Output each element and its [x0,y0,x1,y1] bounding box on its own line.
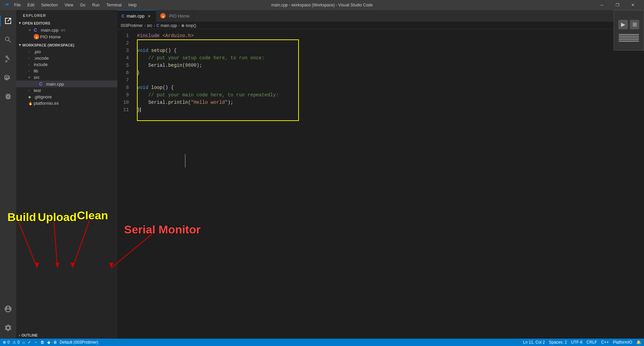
activity-run-debug[interactable] [0,69,16,86]
section-open-editors[interactable]: ▾ OPEN EDITORS [16,20,117,27]
line-num-11: 11 [117,106,129,114]
menu-terminal[interactable]: Terminal [104,2,124,8]
pio-panel-btn-2[interactable]: ⊞ [630,20,639,29]
code-line-3: void setup() { [137,47,644,54]
status-bar: ⊗ 0 ⚠ 0 ⌂ ✓ → 🗑 ◆ 🖥 Default (003Protimer… [0,339,644,346]
error-count: 0 [7,340,10,345]
status-serial-monitor[interactable]: 🖥 [53,340,57,345]
line-num-4: 4 [117,54,129,62]
bar-3 [619,37,639,38]
minimize-button[interactable]: ─ [594,0,610,10]
activity-source-control[interactable] [0,51,16,67]
folder-pio-label: .pio [34,49,41,54]
bar-4 [619,39,639,40]
tab-pio-home[interactable]: 🔥 PIO Home [156,10,194,22]
menu-view[interactable]: View [62,2,76,8]
vscode-logo-icon [3,2,9,8]
breadcrumb-file[interactable]: main.cpp [161,23,177,28]
menu-edit[interactable]: Edit [25,2,37,8]
folder-test[interactable]: › test [16,87,117,94]
section-outline[interactable]: › OUTLINE [16,332,117,339]
folder-include[interactable]: › include [16,61,117,68]
status-line-ending[interactable]: CRLF [587,340,597,345]
folder-lib[interactable]: › lib [16,68,117,74]
folder-test-label: test [34,88,41,93]
main-layout: Explorer ▾ OPEN EDITORS ✕ C main.cpp src… [0,10,644,339]
folder-src[interactable]: ▾ src [16,74,117,81]
status-clean-btn[interactable]: 🗑 [40,340,45,345]
tab-main-cpp[interactable]: C main.cpp × [117,10,156,22]
code-editor[interactable]: 1 2 3 4 5 6 7 8 9 10 11 #include <Arduin… [117,29,644,116]
activity-bar [0,10,16,339]
close-button[interactable]: ✕ [625,0,641,10]
folder-pio[interactable]: › .pio [16,49,117,55]
tab-close-main-cpp[interactable]: × [146,13,152,19]
breadcrumb-fn-icon: ⊕ [181,23,185,28]
code-content: #include <Arduino.h> void setup() { // p… [134,32,644,114]
status-bar-right: Ln 11, Col 2 Spaces: 2 UTF-8 CRLF C++ Pl… [523,340,641,345]
status-pio-icon[interactable]: ◆ [47,340,50,345]
window-title: main.cpp - workspace (Workspace) - Visua… [271,3,372,7]
file-gitignore-label: .gitignore [34,94,52,99]
section-workspace[interactable]: ▾ WORKSPACE (WORKSPACE) [16,41,117,49]
menu-file[interactable]: File [11,2,23,8]
tab-bar: C main.cpp × 🔥 PIO Home [117,10,644,22]
cursor-indicator [185,154,186,167]
window-controls: ─ ❐ ✕ [594,0,641,10]
status-encoding[interactable]: UTF-8 [571,340,583,345]
status-language[interactable]: C++ [601,340,609,345]
activity-account[interactable] [0,301,16,317]
open-editor-pio-home[interactable]: 🔥 PIO Home [16,33,117,40]
line-num-3: 3 [117,47,129,54]
line-num-9: 9 [117,91,129,99]
activity-settings[interactable] [0,320,16,336]
status-home[interactable]: ⌂ [22,340,25,345]
status-errors[interactable]: ⊗ 0 ⚠ 0 [3,340,20,345]
file-platformio-ini[interactable]: 🔥 platformio.ini [16,100,117,106]
status-spaces[interactable]: Spaces: 2 [549,340,567,345]
status-position[interactable]: Ln 11, Col 2 [523,340,545,345]
status-build-btn[interactable]: ✓ [28,340,31,345]
folder-vscode[interactable]: › .vscode [16,55,117,61]
platform-label: PlatformIO [613,340,632,345]
tab-cpp-icon: C [121,13,124,19]
status-upload-btn[interactable]: → [34,340,38,345]
activity-search[interactable] [0,32,16,48]
status-branch[interactable]: Default (003Protimer) [60,340,99,345]
trash-icon: 🗑 [40,340,45,345]
open-editor-main-cpp[interactable]: ✕ C main.cpp src [16,27,117,33]
file-main-cpp[interactable]: C main.cpp [16,81,117,87]
status-platform[interactable]: PlatformIO [613,340,632,345]
activity-bar-bottom [0,301,16,339]
activity-explorer[interactable] [0,13,16,29]
status-notification-icon[interactable]: 🔔 [636,340,641,345]
menu-help[interactable]: Help [126,2,140,8]
file-platformio-label: platformio.ini [34,101,59,106]
diamond-icon: ◆ [28,95,34,99]
menu-selection[interactable]: Selection [38,2,60,8]
tab-main-cpp-label: main.cpp [127,13,144,19]
breadcrumb-003protimer[interactable]: 003Protimer [121,23,143,28]
language-label: C++ [601,340,609,345]
position-label: Ln 11, Col 2 [523,340,545,345]
menu-go[interactable]: Go [77,2,88,8]
section-workspace-label: WORKSPACE (WORKSPACE) [22,43,74,47]
activity-extensions[interactable] [0,88,16,104]
chevron-right-icon-2: › [28,56,34,60]
code-line-11: } [137,106,644,114]
sidebar-title: Explorer [16,10,117,20]
file-gitignore[interactable]: ◆ .gitignore [16,94,117,100]
tab-pio-icon: 🔥 [160,13,166,19]
folder-lib-label: lib [34,68,38,73]
menu-run[interactable]: Run [89,2,102,8]
titlebar: File Edit Selection View Go Run Terminal… [0,0,644,10]
warning-count: 0 [18,340,20,345]
maximize-button[interactable]: ❐ [610,0,625,10]
section-outline-label: OUTLINE [22,333,38,337]
breadcrumb-loop[interactable]: loop() [186,23,196,28]
line-num-1: 1 [117,32,129,39]
breadcrumb-src[interactable]: src [147,23,152,28]
bar-5 [619,41,639,42]
pio-panel-btn-1[interactable]: ▶ [618,20,628,29]
line-num-10: 10 [117,99,129,106]
